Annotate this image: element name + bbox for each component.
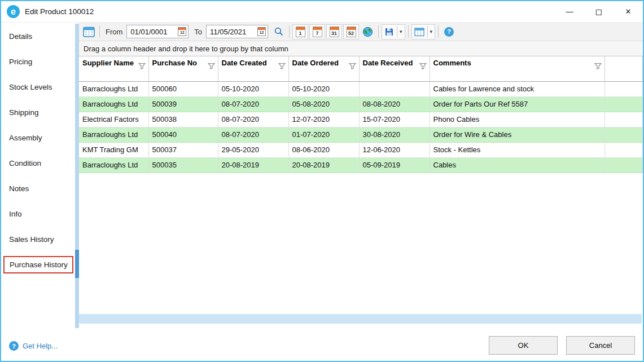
- cell-created: 08-07-2020: [218, 112, 288, 127]
- to-date-value: 11/05/2021: [210, 28, 257, 36]
- sidebar-item-purchase-history[interactable]: Purchase History: [1, 252, 75, 277]
- column-header-date-received[interactable]: Date Received: [359, 56, 430, 81]
- cell-purchase_no: 500037: [148, 142, 218, 157]
- range-7-days-button[interactable]: 7: [309, 24, 325, 39]
- sidebar-item-label: Shipping: [9, 108, 39, 117]
- range-1-days-button[interactable]: 1: [292, 24, 308, 39]
- filter-icon[interactable]: [419, 63, 427, 69]
- window-title: Edit Product 100012: [25, 7, 94, 16]
- table-row[interactable]: Electrical Factors50003808-07-202012-07-…: [79, 112, 643, 127]
- minimize-button[interactable]: —: [555, 1, 584, 22]
- sidebar-item-notes[interactable]: Notes: [1, 176, 75, 201]
- calendar-31-icon: 31: [330, 27, 339, 37]
- toolbar-separator: [378, 25, 379, 38]
- to-label: To: [194, 28, 202, 36]
- filter-icon[interactable]: [138, 63, 146, 69]
- cell-ordered: 05-08-2020: [288, 96, 359, 112]
- filter-icon[interactable]: [208, 63, 215, 69]
- window-controls: — ◻ ✕: [555, 1, 643, 22]
- get-help-label: Get Help...: [23, 342, 58, 350]
- column-header-label: Comments: [433, 59, 471, 67]
- cell-received: 15-07-2020: [359, 112, 430, 127]
- sidebar-item-info[interactable]: Info: [1, 201, 75, 227]
- titlebar: e Edit Product 100012 — ◻ ✕: [1, 1, 643, 23]
- filter-icon[interactable]: [278, 63, 286, 69]
- from-date-picker-icon[interactable]: 12: [178, 27, 186, 36]
- sidebar-item-condition[interactable]: Condition: [1, 151, 75, 176]
- cell-filler: [604, 112, 643, 127]
- column-header-label: Date Created: [222, 59, 267, 67]
- column-header-purchase-no[interactable]: Purchase No: [148, 56, 218, 81]
- help-button[interactable]: ?: [441, 24, 457, 39]
- get-help-link[interactable]: ? Get Help...: [9, 341, 58, 351]
- to-date-picker-icon[interactable]: 12: [257, 27, 266, 36]
- table-row[interactable]: Barracloughs Ltd50006005-10-202005-10-20…: [79, 81, 643, 96]
- sidebar-item-pricing[interactable]: Pricing: [1, 49, 75, 74]
- cell-comments: Cables: [430, 157, 604, 173]
- table-row[interactable]: Barracloughs Ltd50003520-08-201920-08-20…: [79, 157, 643, 173]
- column-header-date-ordered[interactable]: Date Ordered: [288, 56, 359, 81]
- sidebar-item-label: Notes: [9, 184, 29, 193]
- sidebar-item-assembly[interactable]: Assembly: [1, 125, 75, 151]
- search-button[interactable]: [271, 24, 286, 39]
- cell-supplier: Barracloughs Ltd: [79, 127, 148, 142]
- cell-received: 12-06-2020: [359, 142, 430, 157]
- footer: ? Get Help... OK Cancel: [1, 330, 643, 361]
- sidebar-item-label: Pricing: [9, 58, 32, 66]
- vertical-scrollbar-thumb[interactable]: [75, 250, 79, 278]
- cancel-button[interactable]: Cancel: [566, 336, 635, 355]
- cell-created: 08-07-2020: [218, 127, 288, 142]
- ok-button[interactable]: OK: [489, 336, 558, 355]
- toolbar: From 01/01/0001 12 To 11/05/2021 12 1731…: [79, 23, 643, 41]
- cell-filler: [604, 157, 643, 173]
- column-header-label: Purchase No: [152, 59, 197, 67]
- cell-filler: [604, 142, 643, 157]
- main-content: From 01/01/0001 12 To 11/05/2021 12 1731…: [79, 23, 643, 330]
- cell-purchase_no: 500060: [148, 81, 218, 96]
- cell-received: [359, 81, 430, 96]
- column-header-date-created[interactable]: Date Created: [218, 56, 288, 81]
- columns-dropdown-caret[interactable]: ▾: [427, 26, 433, 37]
- from-date-value: 01/01/0001: [130, 28, 178, 36]
- from-date-input[interactable]: 01/01/0001 12: [126, 25, 189, 38]
- calendar-view-button[interactable]: [81, 24, 97, 39]
- cell-created: 20-08-2019: [218, 157, 288, 173]
- column-header-label: Supplier Name: [82, 59, 134, 67]
- table-row[interactable]: Barracloughs Ltd50003908-07-202005-08-20…: [79, 96, 643, 112]
- range-52-days-button[interactable]: 52: [343, 24, 359, 39]
- column-header-label: Date Ordered: [292, 59, 339, 67]
- cell-comments: Cables for Lawrence and stock: [430, 81, 604, 96]
- sidebar-item-shipping[interactable]: Shipping: [1, 100, 75, 125]
- cell-purchase_no: 500035: [148, 157, 218, 173]
- column-header-supplier-name[interactable]: Supplier Name: [79, 56, 148, 81]
- columns-button[interactable]: ▾: [411, 24, 436, 39]
- close-button[interactable]: ✕: [614, 1, 643, 22]
- sidebar-item-label: Sales History: [9, 235, 54, 244]
- table-row[interactable]: Barracloughs Ltd50004008-07-202001-07-20…: [79, 127, 643, 142]
- maximize-button[interactable]: ◻: [584, 1, 614, 22]
- calendar-1-icon: 1: [296, 27, 305, 37]
- range-31-days-button[interactable]: 31: [326, 24, 342, 39]
- horizontal-scrollbar[interactable]: [79, 314, 642, 324]
- sidebar-item-label: Purchase History: [3, 256, 73, 273]
- cell-received: 08-08-2020: [359, 96, 430, 112]
- calendar-7-icon: 7: [313, 27, 322, 37]
- filter-icon[interactable]: [349, 63, 356, 69]
- sidebar-item-label: Details: [9, 32, 32, 41]
- group-by-bar[interactable]: Drag a column header and drop it here to…: [79, 41, 643, 56]
- toolbar-separator: [99, 25, 100, 38]
- table-row[interactable]: KMT Trading GM50003729-05-202008-06-2020…: [79, 142, 643, 157]
- save-dropdown-caret[interactable]: ▾: [397, 26, 402, 37]
- sidebar-item-details[interactable]: Details: [1, 24, 75, 49]
- column-header-comments[interactable]: Comments: [430, 56, 604, 81]
- cell-comments: Stock - Kettles: [430, 142, 604, 157]
- save-button[interactable]: ▾: [382, 24, 405, 39]
- filter-icon[interactable]: [594, 63, 602, 69]
- globe-button[interactable]: [360, 24, 375, 39]
- to-date-input[interactable]: 11/05/2021 12: [206, 25, 268, 38]
- sidebar-item-stock-levels[interactable]: Stock Levels: [1, 74, 75, 100]
- vertical-scrollbar[interactable]: [75, 24, 79, 328]
- sidebar-item-sales-history[interactable]: Sales History: [1, 227, 75, 252]
- cell-received: 30-08-2020: [359, 127, 430, 142]
- cell-comments: Order for Parts Our Ref 5587: [430, 96, 604, 112]
